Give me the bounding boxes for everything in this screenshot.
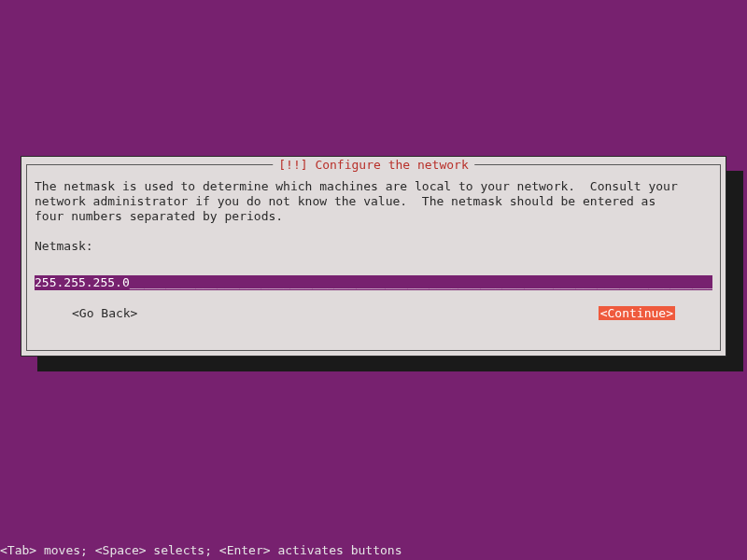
go-back-button[interactable]: <Go Back> xyxy=(35,306,137,320)
netmask-input[interactable]: 255.255.255.0___________________________… xyxy=(35,275,712,290)
dialog-title: [!!] Configure the network xyxy=(273,158,474,172)
footer-hint: <Tab> moves; <Space> selects; <Enter> ac… xyxy=(0,543,402,557)
input-fill: ________________________________________… xyxy=(130,275,712,289)
netmask-value: 255.255.255.0 xyxy=(35,275,130,289)
netmask-label: Netmask: xyxy=(35,239,712,253)
continue-button[interactable]: <Continue> xyxy=(599,306,675,320)
dialog-content: The netmask is used to determine which m… xyxy=(35,179,712,253)
buttons-row: <Go Back> <Continue> xyxy=(35,306,712,320)
configure-network-dialog: [!!] Configure the network The netmask i… xyxy=(21,156,726,357)
help-text: The netmask is used to determine which m… xyxy=(35,179,712,224)
